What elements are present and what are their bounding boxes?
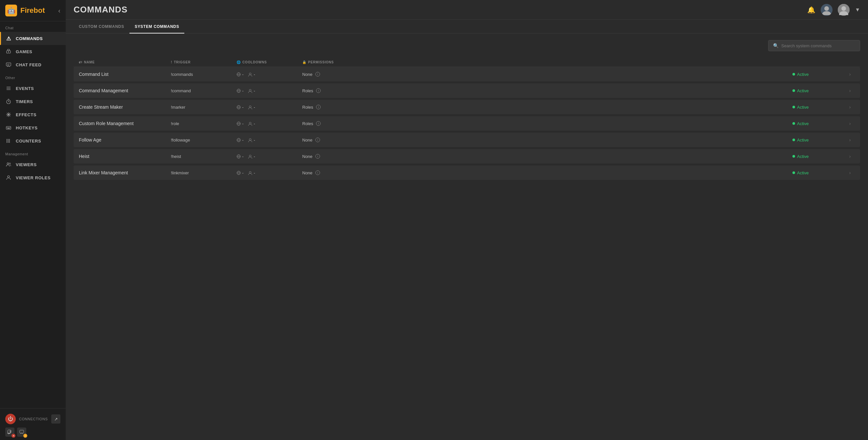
- table-row[interactable]: Custom Role Management !role - - Roles: [73, 116, 860, 131]
- table-row[interactable]: Command List !commands - - None i: [73, 67, 860, 81]
- row-permissions-0: None i: [302, 72, 793, 77]
- sidebar-section-chat: Chat: [0, 21, 66, 32]
- chat-feed-icon: [5, 61, 12, 68]
- row-chevron-3[interactable]: ›: [845, 121, 855, 126]
- cooldown-global-4: -: [237, 138, 243, 142]
- sidebar-collapse-button[interactable]: ‹: [58, 7, 60, 14]
- row-cooldown-1: - -: [237, 88, 302, 93]
- secondary-avatar[interactable]: [838, 4, 849, 16]
- search-input[interactable]: [781, 43, 855, 48]
- external-link-icon[interactable]: ↗: [51, 414, 60, 424]
- info-icon-5: i: [315, 154, 320, 159]
- twitch-badge: ✕: [11, 434, 16, 438]
- row-permissions-5: None i: [302, 154, 793, 159]
- svg-rect-19: [8, 127, 9, 128]
- row-trigger-6: !linkmixer: [171, 170, 237, 175]
- user-avatar[interactable]: [821, 4, 833, 16]
- row-status-6: Active: [793, 170, 845, 175]
- connections-label: CONNECTIONS: [19, 417, 48, 421]
- search-icon: 🔍: [773, 43, 779, 48]
- account-chevron-icon[interactable]: ▼: [855, 7, 860, 13]
- sidebar-item-hotkeys[interactable]: HOTKEYS: [0, 121, 66, 134]
- sidebar-item-chat-feed[interactable]: CHAT FEED: [0, 58, 66, 71]
- sidebar-item-timers-label: TIMERS: [16, 99, 33, 104]
- row-chevron-2[interactable]: ›: [845, 104, 855, 110]
- sidebar-item-viewers[interactable]: VIEWERS: [0, 158, 66, 171]
- search-box: 🔍: [768, 40, 860, 51]
- row-chevron-0[interactable]: ›: [845, 72, 855, 77]
- cooldown-global-6: -: [237, 170, 243, 175]
- table-row[interactable]: Heist !heist - - None i: [73, 149, 860, 164]
- info-icon-0: i: [315, 72, 320, 76]
- row-cooldown-4: - -: [237, 138, 302, 142]
- status-dot-1: [793, 89, 795, 92]
- sidebar-nav: Chat ⚠ COMMANDS GAMES: [0, 21, 66, 184]
- table-row[interactable]: Create Stream Maker !marker - - Roles: [73, 100, 860, 114]
- status-dot-5: [793, 155, 795, 158]
- row-name-0: Command List: [79, 72, 171, 77]
- status-text-1: Active: [797, 88, 809, 93]
- row-chevron-5[interactable]: ›: [845, 154, 855, 159]
- sidebar-item-games[interactable]: GAMES: [0, 45, 66, 58]
- sidebar-item-timers[interactable]: TIMERS: [0, 95, 66, 108]
- table-row[interactable]: Link Mixer Management !linkmixer - - Non: [73, 166, 860, 180]
- status-text-2: Active: [797, 105, 809, 110]
- tab-custom-commands[interactable]: CUSTOM COMMANDS: [73, 20, 129, 33]
- notifications-bell-icon[interactable]: 🔔: [807, 6, 815, 14]
- sidebar-item-counters[interactable]: COUNTERS: [0, 134, 66, 147]
- status-dot-0: [793, 73, 795, 75]
- row-permissions-6: None i: [302, 170, 793, 175]
- twitch-connection-icon[interactable]: ✕: [5, 428, 14, 437]
- row-name-2: Create Stream Maker: [79, 104, 171, 110]
- row-status-4: Active: [793, 138, 845, 142]
- cooldown-global-0: -: [237, 72, 243, 77]
- row-status-0: Active: [793, 72, 845, 77]
- chat-badge: !: [23, 434, 27, 438]
- row-chevron-6[interactable]: ›: [845, 170, 855, 175]
- connection-icons: ✕ !: [5, 428, 60, 437]
- svg-point-41: [824, 6, 829, 11]
- cooldown-user-6: -: [248, 170, 255, 175]
- header-actions: 🔔 ▼: [807, 4, 860, 16]
- status-dot-2: [793, 106, 795, 108]
- sidebar-item-viewer-roles[interactable]: VIEWER ROLES: [0, 171, 66, 184]
- col-cooldowns: 🌐 COOLDOWNS: [237, 60, 302, 64]
- table-header: 🏷 NAME ! TRIGGER 🌐 COOLDOWNS 🔒 PERMISSIO…: [73, 58, 860, 67]
- games-icon: [5, 48, 12, 55]
- commands-table: 🏷 NAME ! TRIGGER 🌐 COOLDOWNS 🔒 PERMISSIO…: [73, 58, 860, 180]
- sidebar-item-effects[interactable]: EFFECTS: [0, 108, 66, 121]
- svg-rect-37: [9, 431, 9, 432]
- svg-point-63: [249, 139, 251, 140]
- table-row[interactable]: Follow Age !followage - - None i: [73, 133, 860, 147]
- row-trigger-4: !followage: [171, 138, 237, 142]
- cooldown-user-5: -: [248, 154, 255, 159]
- row-trigger-5: !heist: [171, 154, 237, 159]
- row-trigger-2: !marker: [171, 105, 237, 110]
- info-icon-6: i: [315, 170, 320, 175]
- svg-rect-18: [7, 127, 7, 128]
- hotkeys-icon: [5, 125, 12, 131]
- row-chevron-1[interactable]: ›: [845, 88, 855, 93]
- table-row[interactable]: Command Management !command - - Roles: [73, 83, 860, 98]
- svg-rect-39: [20, 430, 24, 433]
- power-button[interactable]: ⏻: [5, 414, 16, 424]
- tab-bar: CUSTOM COMMANDS SYSTEM COMMANDS: [66, 20, 868, 33]
- row-status-2: Active: [793, 105, 845, 110]
- sidebar-item-commands-label: COMMANDS: [16, 36, 43, 41]
- svg-point-35: [9, 163, 10, 164]
- sidebar-item-events[interactable]: EVENTS: [0, 82, 66, 95]
- viewer-roles-icon: [5, 174, 12, 181]
- svg-point-2: [8, 52, 9, 53]
- row-chevron-4[interactable]: ›: [845, 137, 855, 142]
- sidebar-item-commands[interactable]: ⚠ COMMANDS: [0, 32, 66, 45]
- svg-point-34: [7, 163, 9, 165]
- status-text-0: Active: [797, 72, 809, 77]
- main-content: COMMANDS 🔔 ▼ CUSTOM COMMANDS: [66, 0, 868, 440]
- effects-icon: [5, 111, 12, 118]
- info-icon-1: i: [316, 88, 321, 93]
- status-text-5: Active: [797, 154, 809, 159]
- tab-system-commands[interactable]: SYSTEM COMMANDS: [129, 20, 184, 33]
- cooldown-user-1: -: [248, 88, 255, 93]
- status-text-6: Active: [797, 170, 809, 175]
- chat-connection-icon[interactable]: !: [17, 428, 26, 437]
